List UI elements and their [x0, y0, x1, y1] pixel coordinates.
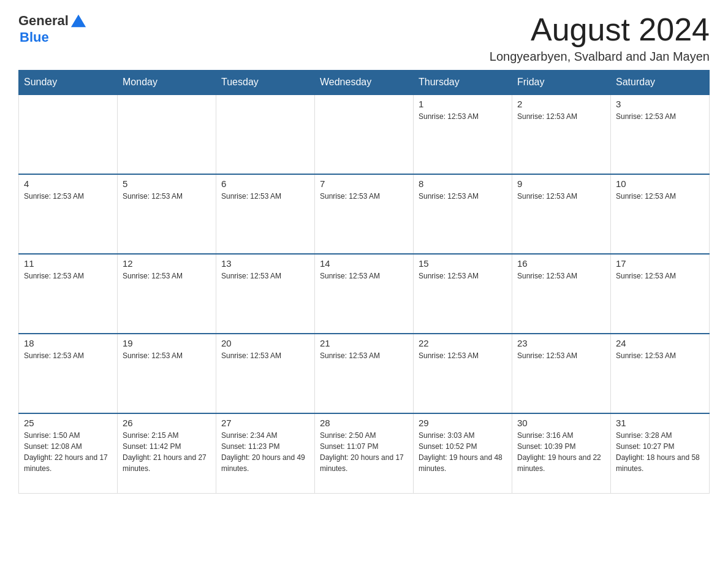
day-number: 4 — [24, 178, 112, 189]
day-info: Sunrise: 12:53 AM — [123, 191, 211, 202]
calendar-cell: 18Sunrise: 12:53 AM — [19, 334, 118, 413]
calendar-cell: 12Sunrise: 12:53 AM — [118, 254, 216, 334]
calendar-cell: 29Sunrise: 3:03 AMSunset: 10:52 PMDaylig… — [414, 413, 512, 493]
day-info: Sunrise: 12:53 AM — [221, 350, 309, 361]
calendar-table: SundayMondayTuesdayWednesdayThursdayFrid… — [18, 70, 710, 494]
day-number: 26 — [123, 418, 211, 428]
day-info: Sunrise: 12:53 AM — [616, 191, 704, 202]
day-info: Sunrise: 12:53 AM — [221, 191, 309, 202]
calendar-cell: 2Sunrise: 12:53 AM — [512, 94, 611, 174]
header-right: August 2024 Longyearbyen, Svalbard and J… — [490, 12, 710, 64]
day-number: 17 — [616, 258, 704, 269]
calendar-cell: 20Sunrise: 12:53 AM — [216, 334, 315, 413]
day-info: Sunrise: 12:53 AM — [320, 191, 408, 202]
day-info: Sunrise: 12:53 AM — [419, 270, 507, 282]
day-number: 11 — [24, 258, 112, 269]
calendar-cell: 23Sunrise: 12:53 AM — [512, 334, 611, 413]
day-number: 2 — [517, 99, 605, 109]
day-info: Sunrise: 12:53 AM — [616, 270, 704, 282]
day-number: 7 — [320, 178, 408, 189]
day-info: Sunrise: 12:53 AM — [517, 111, 605, 122]
day-number: 3 — [616, 99, 704, 109]
day-number: 24 — [616, 338, 704, 348]
location-title: Longyearbyen, Svalbard and Jan Mayen — [490, 50, 710, 64]
calendar-week-4: 18Sunrise: 12:53 AM19Sunrise: 12:53 AM20… — [19, 334, 710, 413]
calendar-cell: 5Sunrise: 12:53 AM — [118, 174, 216, 254]
day-info: Sunrise: 12:53 AM — [616, 111, 704, 122]
day-number: 8 — [419, 178, 507, 189]
day-info: Sunrise: 12:53 AM — [24, 191, 112, 202]
calendar-cell: 9Sunrise: 12:53 AM — [512, 174, 611, 254]
day-info: Sunrise: 12:53 AM — [419, 350, 507, 361]
calendar-cell: 7Sunrise: 12:53 AM — [315, 174, 414, 254]
calendar-header-sunday: Sunday — [19, 71, 118, 95]
logo-blue-text: Blue — [20, 29, 49, 45]
page: General Blue August 2024 Longyearbyen, S… — [0, 0, 728, 506]
day-info: Sunrise: 12:53 AM — [320, 270, 408, 282]
day-info: Sunrise: 12:53 AM — [24, 350, 112, 361]
day-number: 23 — [517, 338, 605, 348]
calendar-cell: 8Sunrise: 12:53 AM — [414, 174, 512, 254]
svg-marker-0 — [71, 15, 86, 28]
day-number: 21 — [320, 338, 408, 348]
calendar-cell: 30Sunrise: 3:16 AMSunset: 10:39 PMDaylig… — [512, 413, 611, 493]
month-title: August 2024 — [490, 12, 710, 47]
calendar-header-row: SundayMondayTuesdayWednesdayThursdayFrid… — [19, 71, 710, 95]
calendar-cell — [216, 94, 315, 174]
day-info: Sunrise: 12:53 AM — [616, 350, 704, 361]
calendar-cell: 21Sunrise: 12:53 AM — [315, 334, 414, 413]
calendar-cell: 13Sunrise: 12:53 AM — [216, 254, 315, 334]
day-info: Sunrise: 12:53 AM — [123, 350, 211, 361]
day-info: Sunrise: 2:34 AMSunset: 11:23 PMDaylight… — [221, 430, 309, 474]
day-info: Sunrise: 3:28 AMSunset: 10:27 PMDaylight… — [616, 430, 704, 474]
calendar-cell: 31Sunrise: 3:28 AMSunset: 10:27 PMDaylig… — [611, 413, 710, 493]
calendar-cell: 14Sunrise: 12:53 AM — [315, 254, 414, 334]
day-number: 1 — [419, 99, 507, 109]
day-number: 27 — [221, 418, 309, 428]
day-info: Sunrise: 12:53 AM — [517, 270, 605, 282]
calendar-cell: 10Sunrise: 12:53 AM — [611, 174, 710, 254]
day-number: 16 — [517, 258, 605, 269]
calendar-cell: 3Sunrise: 12:53 AM — [611, 94, 710, 174]
logo-icon — [70, 12, 87, 29]
calendar-cell: 1Sunrise: 12:53 AM — [414, 94, 512, 174]
calendar-cell: 16Sunrise: 12:53 AM — [512, 254, 611, 334]
calendar-week-3: 11Sunrise: 12:53 AM12Sunrise: 12:53 AM13… — [19, 254, 710, 334]
calendar-cell: 26Sunrise: 2:15 AMSunset: 11:42 PMDaylig… — [118, 413, 216, 493]
day-number: 5 — [123, 178, 211, 189]
calendar-cell: 19Sunrise: 12:53 AM — [118, 334, 216, 413]
day-number: 15 — [419, 258, 507, 269]
calendar-cell: 27Sunrise: 2:34 AMSunset: 11:23 PMDaylig… — [216, 413, 315, 493]
calendar-header-saturday: Saturday — [611, 71, 710, 95]
header: General Blue August 2024 Longyearbyen, S… — [18, 12, 710, 64]
calendar-cell: 4Sunrise: 12:53 AM — [19, 174, 118, 254]
day-number: 12 — [123, 258, 211, 269]
calendar-cell: 22Sunrise: 12:53 AM — [414, 334, 512, 413]
day-info: Sunrise: 12:53 AM — [123, 270, 211, 282]
day-number: 25 — [24, 418, 112, 428]
calendar-header-tuesday: Tuesday — [216, 71, 315, 95]
day-number: 29 — [419, 418, 507, 428]
day-number: 6 — [221, 178, 309, 189]
calendar-cell: 24Sunrise: 12:53 AM — [611, 334, 710, 413]
day-info: Sunrise: 2:15 AMSunset: 11:42 PMDaylight… — [123, 430, 211, 474]
day-number: 10 — [616, 178, 704, 189]
day-number: 18 — [24, 338, 112, 348]
calendar-week-2: 4Sunrise: 12:53 AM5Sunrise: 12:53 AM6Sun… — [19, 174, 710, 254]
day-info: Sunrise: 3:03 AMSunset: 10:52 PMDaylight… — [419, 430, 507, 474]
day-number: 30 — [517, 418, 605, 428]
day-number: 20 — [221, 338, 309, 348]
calendar-cell: 17Sunrise: 12:53 AM — [611, 254, 710, 334]
day-number: 22 — [419, 338, 507, 348]
calendar-cell: 11Sunrise: 12:53 AM — [19, 254, 118, 334]
calendar-cell: 15Sunrise: 12:53 AM — [414, 254, 512, 334]
calendar-cell: 28Sunrise: 2:50 AMSunset: 11:07 PMDaylig… — [315, 413, 414, 493]
calendar-cell — [19, 94, 118, 174]
day-info: Sunrise: 3:16 AMSunset: 10:39 PMDaylight… — [517, 430, 605, 474]
day-info: Sunrise: 12:53 AM — [419, 191, 507, 202]
calendar-week-5: 25Sunrise: 1:50 AMSunset: 12:08 AMDaylig… — [19, 413, 710, 493]
calendar-header-wednesday: Wednesday — [315, 71, 414, 95]
calendar-cell: 25Sunrise: 1:50 AMSunset: 12:08 AMDaylig… — [19, 413, 118, 493]
day-info: Sunrise: 12:53 AM — [419, 111, 507, 122]
day-info: Sunrise: 12:53 AM — [320, 350, 408, 361]
